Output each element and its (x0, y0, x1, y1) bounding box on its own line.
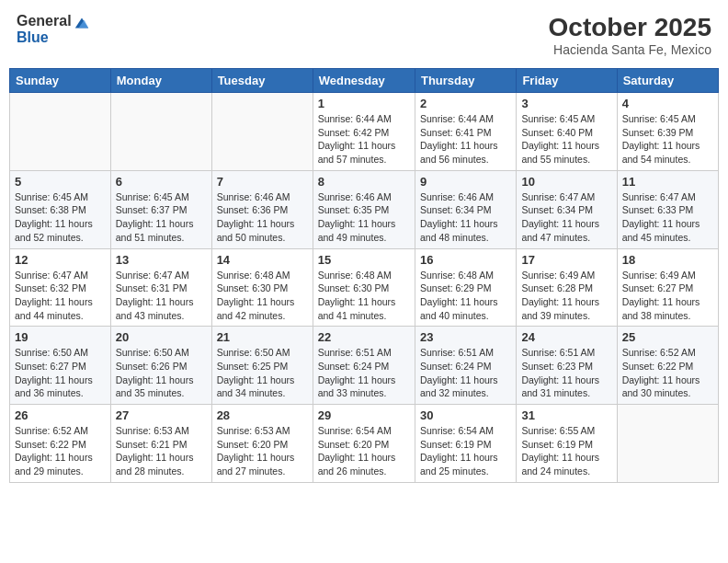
calendar-cell: 29Sunrise: 6:54 AMSunset: 6:20 PMDayligh… (313, 405, 415, 483)
day-info: Sunrise: 6:46 AMSunset: 6:36 PMDaylight:… (217, 190, 308, 245)
day-info: Sunrise: 6:46 AMSunset: 6:34 PMDaylight:… (420, 190, 511, 245)
logo-text: General Blue (17, 13, 72, 45)
day-info: Sunrise: 6:53 AMSunset: 6:21 PMDaylight:… (116, 424, 207, 478)
calendar-week-row: 26Sunrise: 6:52 AMSunset: 6:22 PMDayligh… (10, 405, 719, 483)
calendar-cell: 17Sunrise: 6:49 AMSunset: 6:28 PMDayligh… (517, 248, 617, 327)
day-number: 4 (622, 97, 713, 110)
day-info: Sunrise: 6:45 AMSunset: 6:38 PMDaylight:… (15, 190, 106, 245)
weekday-header-monday: Monday (110, 69, 211, 93)
calendar-week-row: 1Sunrise: 6:44 AMSunset: 6:42 PMDaylight… (10, 93, 719, 171)
day-number: 24 (521, 330, 611, 344)
day-number: 30 (420, 408, 511, 422)
day-number: 23 (420, 330, 511, 344)
day-number: 15 (318, 253, 410, 267)
calendar-cell: 28Sunrise: 6:53 AMSunset: 6:20 PMDayligh… (211, 405, 313, 483)
calendar-cell (211, 93, 313, 171)
calendar-cell: 13Sunrise: 6:47 AMSunset: 6:31 PMDayligh… (110, 248, 211, 327)
day-info: Sunrise: 6:45 AMSunset: 6:39 PMDaylight:… (622, 112, 713, 167)
day-info: Sunrise: 6:48 AMSunset: 6:29 PMDaylight:… (420, 269, 511, 323)
day-info: Sunrise: 6:47 AMSunset: 6:34 PMDaylight:… (521, 190, 611, 245)
day-number: 16 (420, 253, 511, 267)
day-number: 8 (318, 175, 410, 189)
day-number: 28 (217, 408, 308, 422)
calendar-week-row: 5Sunrise: 6:45 AMSunset: 6:38 PMDaylight… (10, 170, 719, 248)
calendar-cell: 21Sunrise: 6:50 AMSunset: 6:25 PMDayligh… (211, 327, 313, 405)
day-number: 3 (521, 97, 611, 110)
day-info: Sunrise: 6:50 AMSunset: 6:27 PMDaylight:… (15, 346, 106, 400)
day-info: Sunrise: 6:47 AMSunset: 6:31 PMDaylight:… (116, 269, 207, 323)
day-info: Sunrise: 6:44 AMSunset: 6:42 PMDaylight:… (318, 112, 410, 167)
day-number: 18 (622, 253, 713, 267)
day-number: 14 (217, 253, 308, 267)
weekday-header-sunday: Sunday (10, 69, 111, 93)
title-block: October 2025 Hacienda Santa Fe, Mexico (549, 13, 711, 57)
day-info: Sunrise: 6:53 AMSunset: 6:20 PMDaylight:… (217, 424, 308, 478)
day-number: 9 (420, 175, 511, 189)
day-info: Sunrise: 6:47 AMSunset: 6:32 PMDaylight:… (15, 269, 106, 323)
day-info: Sunrise: 6:51 AMSunset: 6:24 PMDaylight:… (318, 346, 410, 400)
day-info: Sunrise: 6:52 AMSunset: 6:22 PMDaylight:… (622, 346, 713, 400)
day-info: Sunrise: 6:46 AMSunset: 6:35 PMDaylight:… (318, 190, 410, 245)
weekday-header-wednesday: Wednesday (313, 69, 415, 93)
day-number: 27 (116, 408, 207, 422)
day-number: 12 (15, 253, 106, 267)
weekday-header-friday: Friday (517, 69, 617, 93)
calendar-cell: 11Sunrise: 6:47 AMSunset: 6:33 PMDayligh… (617, 170, 718, 248)
day-number: 6 (116, 175, 207, 189)
day-info: Sunrise: 6:45 AMSunset: 6:40 PMDaylight:… (521, 112, 611, 167)
weekday-header-tuesday: Tuesday (211, 69, 313, 93)
day-info: Sunrise: 6:51 AMSunset: 6:23 PMDaylight:… (521, 346, 611, 400)
calendar-cell: 8Sunrise: 6:46 AMSunset: 6:35 PMDaylight… (313, 170, 415, 248)
day-info: Sunrise: 6:45 AMSunset: 6:37 PMDaylight:… (116, 190, 207, 245)
logo-icon (74, 15, 90, 31)
calendar-week-row: 19Sunrise: 6:50 AMSunset: 6:27 PMDayligh… (10, 327, 719, 405)
calendar-cell (617, 405, 718, 483)
day-number: 5 (15, 175, 106, 189)
day-info: Sunrise: 6:55 AMSunset: 6:19 PMDaylight:… (521, 424, 611, 478)
calendar-table: SundayMondayTuesdayWednesdayThursdayFrid… (9, 68, 719, 483)
logo-blue: Blue (17, 29, 72, 46)
calendar-cell: 20Sunrise: 6:50 AMSunset: 6:26 PMDayligh… (110, 327, 211, 405)
day-info: Sunrise: 6:54 AMSunset: 6:19 PMDaylight:… (420, 424, 511, 478)
day-number: 22 (318, 330, 410, 344)
weekday-header-thursday: Thursday (415, 69, 516, 93)
calendar-cell: 23Sunrise: 6:51 AMSunset: 6:24 PMDayligh… (415, 327, 516, 405)
calendar-cell: 2Sunrise: 6:44 AMSunset: 6:41 PMDaylight… (415, 93, 516, 171)
calendar-cell: 18Sunrise: 6:49 AMSunset: 6:27 PMDayligh… (617, 248, 718, 327)
calendar-cell: 14Sunrise: 6:48 AMSunset: 6:30 PMDayligh… (211, 248, 313, 327)
calendar-cell: 24Sunrise: 6:51 AMSunset: 6:23 PMDayligh… (517, 327, 617, 405)
calendar-cell: 6Sunrise: 6:45 AMSunset: 6:37 PMDaylight… (110, 170, 211, 248)
day-number: 13 (116, 253, 207, 267)
calendar-cell: 5Sunrise: 6:45 AMSunset: 6:38 PMDaylight… (10, 170, 111, 248)
calendar-cell: 19Sunrise: 6:50 AMSunset: 6:27 PMDayligh… (10, 327, 111, 405)
day-info: Sunrise: 6:54 AMSunset: 6:20 PMDaylight:… (318, 424, 410, 478)
calendar-cell: 31Sunrise: 6:55 AMSunset: 6:19 PMDayligh… (517, 405, 617, 483)
day-info: Sunrise: 6:51 AMSunset: 6:24 PMDaylight:… (420, 346, 511, 400)
logo: General Blue (17, 13, 90, 45)
day-number: 2 (420, 97, 511, 110)
day-number: 31 (521, 408, 611, 422)
day-number: 17 (521, 253, 611, 267)
day-number: 7 (217, 175, 308, 189)
calendar-cell: 4Sunrise: 6:45 AMSunset: 6:39 PMDaylight… (617, 93, 718, 171)
weekday-header-saturday: Saturday (617, 69, 718, 93)
day-number: 10 (521, 175, 611, 189)
day-info: Sunrise: 6:52 AMSunset: 6:22 PMDaylight:… (15, 424, 106, 478)
calendar-week-row: 12Sunrise: 6:47 AMSunset: 6:32 PMDayligh… (10, 248, 719, 327)
day-number: 25 (622, 330, 713, 344)
day-info: Sunrise: 6:44 AMSunset: 6:41 PMDaylight:… (420, 112, 511, 167)
day-number: 26 (15, 408, 106, 422)
day-number: 19 (15, 330, 106, 344)
day-info: Sunrise: 6:48 AMSunset: 6:30 PMDaylight:… (318, 269, 410, 323)
calendar-cell: 3Sunrise: 6:45 AMSunset: 6:40 PMDaylight… (517, 93, 617, 171)
day-info: Sunrise: 6:50 AMSunset: 6:25 PMDaylight:… (217, 346, 308, 400)
location-subtitle: Hacienda Santa Fe, Mexico (549, 42, 711, 57)
calendar-cell: 10Sunrise: 6:47 AMSunset: 6:34 PMDayligh… (517, 170, 617, 248)
calendar-cell: 26Sunrise: 6:52 AMSunset: 6:22 PMDayligh… (10, 405, 111, 483)
calendar-header-row: SundayMondayTuesdayWednesdayThursdayFrid… (10, 69, 719, 93)
calendar-cell: 22Sunrise: 6:51 AMSunset: 6:24 PMDayligh… (313, 327, 415, 405)
day-info: Sunrise: 6:50 AMSunset: 6:26 PMDaylight:… (116, 346, 207, 400)
calendar-cell: 25Sunrise: 6:52 AMSunset: 6:22 PMDayligh… (617, 327, 718, 405)
calendar-cell: 30Sunrise: 6:54 AMSunset: 6:19 PMDayligh… (415, 405, 516, 483)
calendar-cell: 1Sunrise: 6:44 AMSunset: 6:42 PMDaylight… (313, 93, 415, 171)
